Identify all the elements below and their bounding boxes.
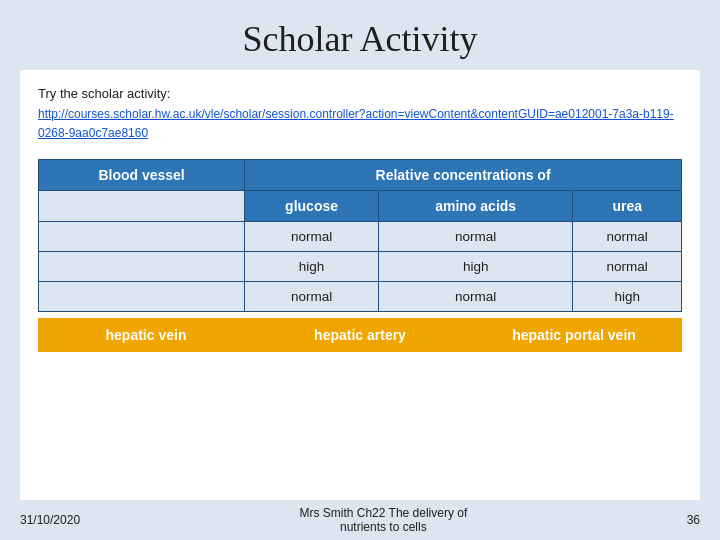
title-area: Scholar Activity bbox=[0, 0, 720, 70]
amino-acids-header: amino acids bbox=[378, 190, 572, 221]
row2-glucose: high bbox=[245, 251, 379, 281]
empty-cell bbox=[39, 190, 245, 221]
bottom-label-row: hepatic vein hepatic artery hepatic port… bbox=[38, 318, 682, 352]
row1-glucose: normal bbox=[245, 221, 379, 251]
row1-amino: normal bbox=[378, 221, 572, 251]
row1-urea: normal bbox=[573, 221, 682, 251]
scholar-link[interactable]: http://courses.scholar.hw.ac.uk/vle/scho… bbox=[38, 107, 674, 141]
slide-title: Scholar Activity bbox=[243, 19, 478, 59]
row2-amino: high bbox=[378, 251, 572, 281]
hepatic-portal-vein-label: hepatic portal vein bbox=[468, 320, 680, 350]
intro-text: Try the scholar activity: http://courses… bbox=[38, 84, 682, 143]
table-row-2: high high normal bbox=[39, 251, 682, 281]
row3-vessel bbox=[39, 281, 245, 311]
glucose-header: glucose bbox=[245, 190, 379, 221]
row3-glucose: normal bbox=[245, 281, 379, 311]
row3-amino: normal bbox=[378, 281, 572, 311]
row2-vessel bbox=[39, 251, 245, 281]
footer-page: 36 bbox=[687, 513, 700, 527]
table-header-row: Blood vessel Relative concentrations of bbox=[39, 159, 682, 190]
table-wrapper: Blood vessel Relative concentrations of … bbox=[38, 159, 682, 352]
row2-urea: normal bbox=[573, 251, 682, 281]
table-subheader-row: glucose amino acids urea bbox=[39, 190, 682, 221]
slide: Scholar Activity Try the scholar activit… bbox=[0, 0, 720, 540]
concentration-table: Blood vessel Relative concentrations of … bbox=[38, 159, 682, 312]
hepatic-vein-label: hepatic vein bbox=[40, 320, 254, 350]
row3-urea: high bbox=[573, 281, 682, 311]
content-area: Try the scholar activity: http://courses… bbox=[20, 70, 700, 500]
hepatic-artery-label: hepatic artery bbox=[254, 320, 468, 350]
urea-header: urea bbox=[573, 190, 682, 221]
footer-date: 31/10/2020 bbox=[20, 513, 80, 527]
footer: 31/10/2020 Mrs Smith Ch22 The delivery o… bbox=[0, 500, 720, 540]
footer-center: Mrs Smith Ch22 The delivery of nutrients… bbox=[80, 506, 687, 534]
blood-vessel-header: Blood vessel bbox=[39, 159, 245, 190]
relative-concentrations-header: Relative concentrations of bbox=[245, 159, 682, 190]
table-row-3: normal normal high bbox=[39, 281, 682, 311]
row1-vessel bbox=[39, 221, 245, 251]
table-row-1: normal normal normal bbox=[39, 221, 682, 251]
